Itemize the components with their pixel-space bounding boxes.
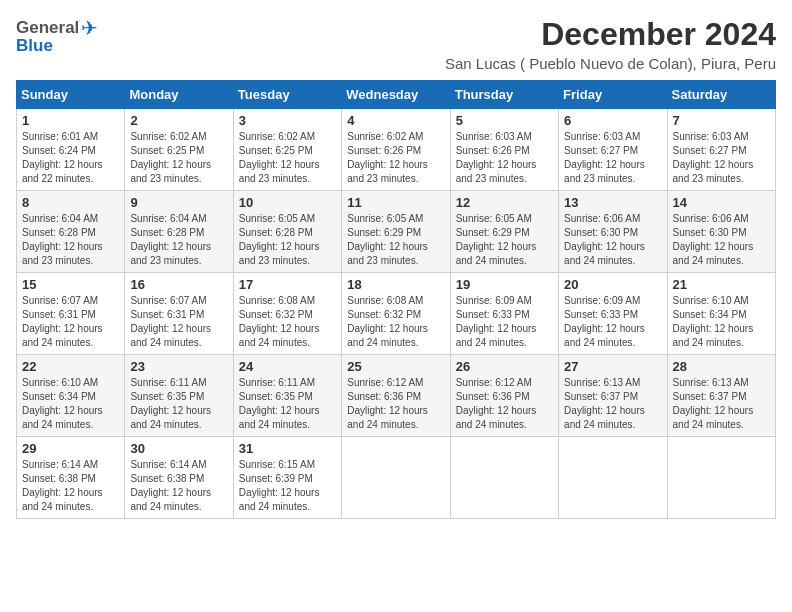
- day-info: Sunrise: 6:03 AM Sunset: 6:27 PM Dayligh…: [673, 130, 770, 186]
- table-row: 28Sunrise: 6:13 AM Sunset: 6:37 PM Dayli…: [667, 355, 775, 437]
- day-number: 8: [22, 195, 119, 210]
- col-header-sunday: Sunday: [17, 81, 125, 109]
- day-info: Sunrise: 6:10 AM Sunset: 6:34 PM Dayligh…: [673, 294, 770, 350]
- day-number: 15: [22, 277, 119, 292]
- day-info: Sunrise: 6:15 AM Sunset: 6:39 PM Dayligh…: [239, 458, 336, 514]
- logo-bird-icon: ✈: [81, 16, 98, 40]
- table-row: 7Sunrise: 6:03 AM Sunset: 6:27 PM Daylig…: [667, 109, 775, 191]
- day-number: 10: [239, 195, 336, 210]
- day-info: Sunrise: 6:01 AM Sunset: 6:24 PM Dayligh…: [22, 130, 119, 186]
- day-number: 23: [130, 359, 227, 374]
- day-info: Sunrise: 6:04 AM Sunset: 6:28 PM Dayligh…: [130, 212, 227, 268]
- table-row: 29Sunrise: 6:14 AM Sunset: 6:38 PM Dayli…: [17, 437, 125, 519]
- table-row: 8Sunrise: 6:04 AM Sunset: 6:28 PM Daylig…: [17, 191, 125, 273]
- day-info: Sunrise: 6:11 AM Sunset: 6:35 PM Dayligh…: [130, 376, 227, 432]
- col-header-thursday: Thursday: [450, 81, 558, 109]
- day-info: Sunrise: 6:06 AM Sunset: 6:30 PM Dayligh…: [673, 212, 770, 268]
- day-info: Sunrise: 6:09 AM Sunset: 6:33 PM Dayligh…: [456, 294, 553, 350]
- day-info: Sunrise: 6:09 AM Sunset: 6:33 PM Dayligh…: [564, 294, 661, 350]
- day-number: 24: [239, 359, 336, 374]
- day-number: 18: [347, 277, 444, 292]
- col-header-monday: Monday: [125, 81, 233, 109]
- calendar-table: SundayMondayTuesdayWednesdayThursdayFrid…: [16, 80, 776, 519]
- table-row: 26Sunrise: 6:12 AM Sunset: 6:36 PM Dayli…: [450, 355, 558, 437]
- day-number: 4: [347, 113, 444, 128]
- day-info: Sunrise: 6:06 AM Sunset: 6:30 PM Dayligh…: [564, 212, 661, 268]
- day-info: Sunrise: 6:10 AM Sunset: 6:34 PM Dayligh…: [22, 376, 119, 432]
- day-number: 16: [130, 277, 227, 292]
- day-info: Sunrise: 6:08 AM Sunset: 6:32 PM Dayligh…: [347, 294, 444, 350]
- table-row: 12Sunrise: 6:05 AM Sunset: 6:29 PM Dayli…: [450, 191, 558, 273]
- table-row: 6Sunrise: 6:03 AM Sunset: 6:27 PM Daylig…: [559, 109, 667, 191]
- day-info: Sunrise: 6:13 AM Sunset: 6:37 PM Dayligh…: [673, 376, 770, 432]
- main-title: December 2024: [445, 16, 776, 53]
- day-info: Sunrise: 6:02 AM Sunset: 6:25 PM Dayligh…: [239, 130, 336, 186]
- table-row: 31Sunrise: 6:15 AM Sunset: 6:39 PM Dayli…: [233, 437, 341, 519]
- table-row: 16Sunrise: 6:07 AM Sunset: 6:31 PM Dayli…: [125, 273, 233, 355]
- table-row: 10Sunrise: 6:05 AM Sunset: 6:28 PM Dayli…: [233, 191, 341, 273]
- table-row: 1Sunrise: 6:01 AM Sunset: 6:24 PM Daylig…: [17, 109, 125, 191]
- day-number: 17: [239, 277, 336, 292]
- table-row: 20Sunrise: 6:09 AM Sunset: 6:33 PM Dayli…: [559, 273, 667, 355]
- logo-general-text: General: [16, 18, 79, 38]
- day-info: Sunrise: 6:12 AM Sunset: 6:36 PM Dayligh…: [456, 376, 553, 432]
- table-row: 21Sunrise: 6:10 AM Sunset: 6:34 PM Dayli…: [667, 273, 775, 355]
- day-info: Sunrise: 6:05 AM Sunset: 6:29 PM Dayligh…: [456, 212, 553, 268]
- logo-blue-text: Blue: [16, 36, 53, 56]
- day-number: 1: [22, 113, 119, 128]
- table-row: 24Sunrise: 6:11 AM Sunset: 6:35 PM Dayli…: [233, 355, 341, 437]
- subtitle: San Lucas ( Pueblo Nuevo de Colan), Piur…: [445, 55, 776, 72]
- day-number: 28: [673, 359, 770, 374]
- day-number: 6: [564, 113, 661, 128]
- day-info: Sunrise: 6:08 AM Sunset: 6:32 PM Dayligh…: [239, 294, 336, 350]
- header: General ✈ Blue December 2024 San Lucas (…: [16, 16, 776, 72]
- table-row: 9Sunrise: 6:04 AM Sunset: 6:28 PM Daylig…: [125, 191, 233, 273]
- logo: General ✈ Blue: [16, 16, 98, 56]
- day-number: 25: [347, 359, 444, 374]
- table-row: [450, 437, 558, 519]
- table-row: 22Sunrise: 6:10 AM Sunset: 6:34 PM Dayli…: [17, 355, 125, 437]
- table-row: [342, 437, 450, 519]
- day-info: Sunrise: 6:04 AM Sunset: 6:28 PM Dayligh…: [22, 212, 119, 268]
- table-row: 14Sunrise: 6:06 AM Sunset: 6:30 PM Dayli…: [667, 191, 775, 273]
- col-header-tuesday: Tuesday: [233, 81, 341, 109]
- day-info: Sunrise: 6:05 AM Sunset: 6:29 PM Dayligh…: [347, 212, 444, 268]
- day-info: Sunrise: 6:05 AM Sunset: 6:28 PM Dayligh…: [239, 212, 336, 268]
- day-info: Sunrise: 6:03 AM Sunset: 6:26 PM Dayligh…: [456, 130, 553, 186]
- day-number: 12: [456, 195, 553, 210]
- table-row: 13Sunrise: 6:06 AM Sunset: 6:30 PM Dayli…: [559, 191, 667, 273]
- col-header-saturday: Saturday: [667, 81, 775, 109]
- day-info: Sunrise: 6:13 AM Sunset: 6:37 PM Dayligh…: [564, 376, 661, 432]
- day-number: 22: [22, 359, 119, 374]
- day-number: 11: [347, 195, 444, 210]
- title-area: December 2024 San Lucas ( Pueblo Nuevo d…: [445, 16, 776, 72]
- day-info: Sunrise: 6:03 AM Sunset: 6:27 PM Dayligh…: [564, 130, 661, 186]
- day-info: Sunrise: 6:11 AM Sunset: 6:35 PM Dayligh…: [239, 376, 336, 432]
- table-row: [559, 437, 667, 519]
- table-row: 23Sunrise: 6:11 AM Sunset: 6:35 PM Dayli…: [125, 355, 233, 437]
- table-row: 18Sunrise: 6:08 AM Sunset: 6:32 PM Dayli…: [342, 273, 450, 355]
- table-row: 15Sunrise: 6:07 AM Sunset: 6:31 PM Dayli…: [17, 273, 125, 355]
- day-number: 2: [130, 113, 227, 128]
- col-header-friday: Friday: [559, 81, 667, 109]
- day-info: Sunrise: 6:02 AM Sunset: 6:25 PM Dayligh…: [130, 130, 227, 186]
- day-number: 31: [239, 441, 336, 456]
- table-row: 4Sunrise: 6:02 AM Sunset: 6:26 PM Daylig…: [342, 109, 450, 191]
- day-number: 7: [673, 113, 770, 128]
- day-number: 27: [564, 359, 661, 374]
- day-info: Sunrise: 6:07 AM Sunset: 6:31 PM Dayligh…: [22, 294, 119, 350]
- day-number: 21: [673, 277, 770, 292]
- day-number: 29: [22, 441, 119, 456]
- day-number: 20: [564, 277, 661, 292]
- table-row: 27Sunrise: 6:13 AM Sunset: 6:37 PM Dayli…: [559, 355, 667, 437]
- table-row: 19Sunrise: 6:09 AM Sunset: 6:33 PM Dayli…: [450, 273, 558, 355]
- table-row: 30Sunrise: 6:14 AM Sunset: 6:38 PM Dayli…: [125, 437, 233, 519]
- day-info: Sunrise: 6:02 AM Sunset: 6:26 PM Dayligh…: [347, 130, 444, 186]
- table-row: 2Sunrise: 6:02 AM Sunset: 6:25 PM Daylig…: [125, 109, 233, 191]
- table-row: 25Sunrise: 6:12 AM Sunset: 6:36 PM Dayli…: [342, 355, 450, 437]
- day-info: Sunrise: 6:14 AM Sunset: 6:38 PM Dayligh…: [130, 458, 227, 514]
- day-number: 19: [456, 277, 553, 292]
- col-header-wednesday: Wednesday: [342, 81, 450, 109]
- day-number: 9: [130, 195, 227, 210]
- table-row: 3Sunrise: 6:02 AM Sunset: 6:25 PM Daylig…: [233, 109, 341, 191]
